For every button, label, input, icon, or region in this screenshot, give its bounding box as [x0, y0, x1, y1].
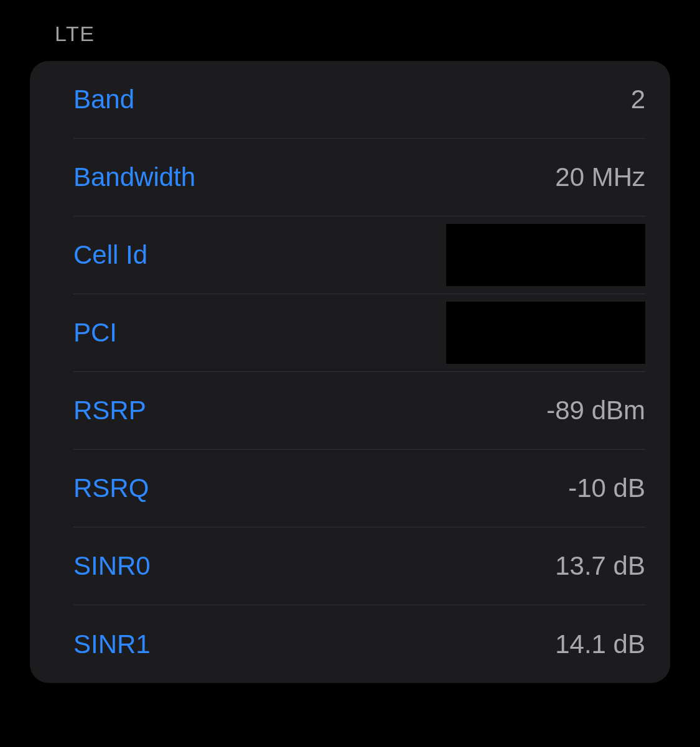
row-sinr0-label: SINR0: [73, 551, 151, 581]
row-band-label: Band: [73, 85, 134, 114]
row-band[interactable]: Band 2: [73, 61, 645, 139]
row-rsrp-label: RSRP: [73, 396, 146, 425]
row-sinr0[interactable]: SINR0 13.7 dB: [73, 527, 645, 605]
row-cell-id-label: Cell Id: [73, 240, 147, 270]
row-bandwidth-value: 20 MHz: [555, 162, 645, 192]
row-sinr1-label: SINR1: [73, 629, 151, 659]
row-rsrp-value: -89 dBm: [546, 396, 645, 425]
row-pci-label: PCI: [73, 318, 117, 348]
row-cell-id[interactable]: Cell Id: [73, 216, 645, 294]
section-header-lte: LTE: [30, 22, 670, 46]
row-band-value: 2: [631, 85, 645, 114]
row-rsrq-value: -10 dB: [568, 473, 645, 503]
lte-card: Band 2 Bandwidth 20 MHz Cell Id PCI RSRP…: [30, 61, 670, 683]
lte-panel: LTE Band 2 Bandwidth 20 MHz Cell Id PCI …: [0, 0, 700, 683]
row-pci-value-redacted: [446, 302, 645, 364]
row-pci[interactable]: PCI: [73, 294, 645, 372]
row-rsrp[interactable]: RSRP -89 dBm: [73, 372, 645, 450]
row-cell-id-value-redacted: [446, 224, 645, 286]
row-sinr1-value: 14.1 dB: [555, 629, 645, 659]
row-bandwidth[interactable]: Bandwidth 20 MHz: [73, 139, 645, 216]
row-rsrq[interactable]: RSRQ -10 dB: [73, 450, 645, 527]
row-rsrq-label: RSRQ: [73, 473, 149, 503]
row-bandwidth-label: Bandwidth: [73, 162, 195, 192]
row-sinr1[interactable]: SINR1 14.1 dB: [73, 605, 645, 683]
row-sinr0-value: 13.7 dB: [555, 551, 645, 581]
